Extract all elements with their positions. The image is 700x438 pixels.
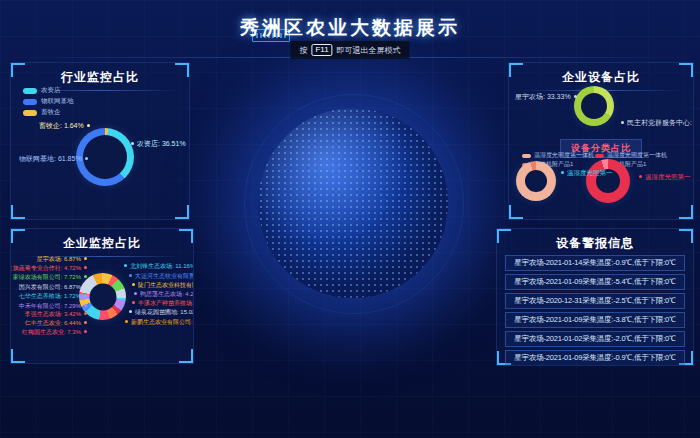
panel-title: 企业设备占比 bbox=[509, 69, 693, 86]
globe-highlight bbox=[258, 108, 448, 298]
slice-label: 温湿度光照第一 bbox=[561, 169, 613, 178]
legend-swatch bbox=[522, 154, 531, 158]
slice-label: 鸭思荡生态农场: 4.29% bbox=[134, 290, 194, 299]
legend-swatch bbox=[595, 154, 604, 158]
hint-suffix: 即可退出全屏模式 bbox=[337, 45, 401, 56]
slice-label: 陡门生态农业科技有限公 bbox=[132, 281, 194, 290]
alert-row: 星宇农场-2021-01-09采集温度:-5.4℃,低于下限:0℃ bbox=[505, 274, 685, 290]
alert-row: 星宇农场-2021-01-14采集温度:-0.9℃,低于下限:0℃ bbox=[505, 255, 685, 271]
class-donut-left[interactable] bbox=[516, 161, 556, 201]
slice-label: 星宇农场: 6.87% bbox=[37, 255, 87, 264]
legend-label: 温湿度光照度第一体机 bbox=[534, 151, 594, 160]
slice-label: 家绿农场有限公司: 7.72% bbox=[13, 273, 87, 282]
device-donut-chart[interactable] bbox=[574, 86, 614, 126]
slice-label: 红梅园生态农业: 7.3% bbox=[22, 328, 87, 337]
legend-item[interactable]: 温湿度光照度第一体机 bbox=[522, 151, 594, 160]
legend-label: 畜牧企 bbox=[41, 108, 61, 117]
panel-title: 企业监控占比 bbox=[11, 235, 193, 252]
legend-item[interactable]: 畜牧企 bbox=[23, 107, 74, 118]
slice-label: 国兴发有限公司: 6.87% bbox=[19, 283, 87, 292]
fullscreen-hint: 按 F11 即可退出全屏模式 bbox=[290, 41, 409, 59]
hint-prefix: 按 bbox=[299, 45, 307, 56]
alert-row: 星宇农场-2021-01-09采集温度:-0.9℃,低于下限:0℃ bbox=[505, 350, 685, 366]
class-donut-right[interactable] bbox=[586, 159, 630, 203]
slice-label: 农资店: 36.51% bbox=[131, 139, 186, 149]
slice-label: 温湿度光照第一 bbox=[639, 173, 691, 182]
slice-label: 物联网基地: 61.85% bbox=[19, 154, 88, 164]
slice-label: 民主村党群服务中心: bbox=[621, 118, 692, 128]
globe bbox=[258, 108, 448, 298]
panel-title: 设备警报信息 bbox=[497, 235, 693, 252]
slice-label: 七华生态养殖场: 1.72% bbox=[19, 292, 87, 301]
alert-row: 星宇农场-2021-01-02采集温度:-2.0℃,低于下限:0℃ bbox=[505, 331, 685, 347]
industry-legend: 农资店 物联网基地 畜牧企 bbox=[23, 85, 74, 118]
slice-label: 红旗蔬菜专业合作社: 4.72% bbox=[10, 264, 87, 273]
legend-item[interactable]: 农资店 bbox=[23, 85, 74, 96]
slice-label: 丰溪水产种苗养殖场: 1. bbox=[132, 299, 194, 308]
panel-enterprise-ratio: 企业监控占比 星宇农场: 6.87% 红旗蔬菜专业合作社: 4.72% 家绿农场… bbox=[10, 228, 194, 364]
alert-row: 星宇农场-2021-01-09采集温度:-3.8℃,低于下限:0℃ bbox=[505, 312, 685, 328]
slice-label: 仁丰生态农业: 6.44% bbox=[25, 319, 87, 328]
legend-swatch bbox=[23, 110, 37, 116]
slice-label: 新鹏生态农业有限公司: 6.87% bbox=[125, 318, 194, 327]
slice-label: 大运河生态牧业有限责任公 bbox=[129, 272, 194, 281]
slice-label: 北刘锋生态农场: 11.16% bbox=[124, 262, 194, 271]
legend-item[interactable]: 物联网基地 bbox=[23, 96, 74, 107]
slice-label: 李强生态农场: 3.42% bbox=[25, 310, 87, 319]
panel-device-ratio: 企业设备占比 星宇农场: 33.33% 民主村党群服务中心: 设备分类占比 温湿… bbox=[508, 62, 694, 220]
f11-keycap: F11 bbox=[311, 44, 332, 56]
legend-swatch bbox=[23, 88, 37, 94]
legend-swatch bbox=[23, 99, 37, 105]
slice-label: 绿泉花园苗圃地: 15.02% bbox=[129, 308, 194, 317]
panel-device-alerts: 设备警报信息 星宇农场-2021-01-14采集温度:-0.9℃,低于下限:0℃… bbox=[496, 228, 694, 366]
page-title: 秀洲区农业大数据展示 bbox=[0, 15, 700, 41]
panel-industry-ratio: 行业监控占比 农资店 物联网基地 畜牧企 畜牧企: 1.64% 农资店: 36.… bbox=[10, 62, 190, 220]
legend-label: 温湿度光照度第一体机 bbox=[607, 151, 667, 160]
panel-title: 行业监控占比 bbox=[11, 69, 189, 86]
legend-label: 物联网基地 bbox=[41, 97, 74, 106]
dashboard-root: 秀洲区农业大数据展示 按 F11 即可退出全屏模式 行业监控占比 农资店 物联网… bbox=[0, 0, 700, 438]
slice-label: 星宇农场: 33.33% bbox=[515, 92, 577, 102]
legend-label: 农资店 bbox=[41, 86, 61, 95]
alert-row: 星宇农场-2020-12-31采集温度:-2.5℃,低于下限:0℃ bbox=[505, 293, 685, 309]
slice-label: 畜牧企: 1.64% bbox=[39, 121, 90, 131]
